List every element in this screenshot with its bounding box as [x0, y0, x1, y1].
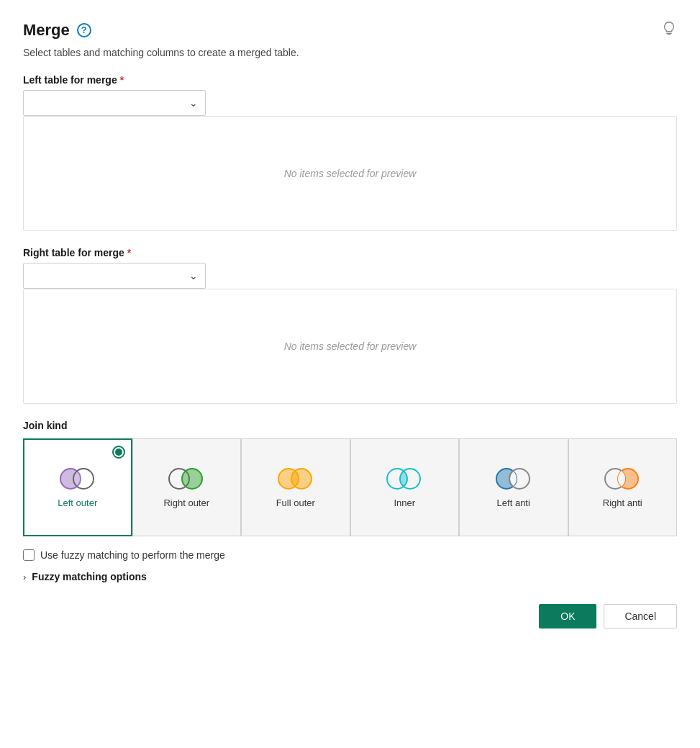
fuzzy-options-label: Fuzzy matching options: [32, 571, 146, 582]
fuzzy-checkbox[interactable]: [23, 549, 35, 561]
right-table-section: Right table for merge * ⌄ No items selec…: [23, 247, 677, 404]
venn-left-anti-icon: [494, 466, 534, 492]
join-option-left-anti[interactable]: Left anti: [459, 438, 568, 536]
venn-right-outer-icon: [166, 466, 206, 492]
join-kind-section: Join kind Left outer Right outer: [23, 420, 677, 536]
svg-point-4: [182, 469, 202, 489]
svg-point-6: [291, 469, 312, 489]
join-option-left-anti-label: Left anti: [497, 497, 530, 510]
join-option-right-anti-label: Right anti: [603, 497, 642, 510]
lightbulb-icon[interactable]: [661, 20, 677, 40]
header-left: Merge ?: [23, 21, 91, 40]
merge-dialog: Merge ? Select tables and matching colum…: [0, 0, 700, 649]
ok-button[interactable]: OK: [539, 604, 596, 628]
venn-full-outer-icon: [276, 466, 316, 492]
right-table-label: Right table for merge *: [23, 247, 677, 258]
fuzzy-checkbox-label[interactable]: Use fuzzy matching to perform the merge: [40, 549, 225, 561]
left-table-preview: No items selected for preview: [23, 116, 677, 231]
join-option-left-outer[interactable]: Left outer: [23, 438, 132, 536]
join-option-left-outer-label: Left outer: [58, 497, 97, 510]
join-option-full-outer[interactable]: Full outer: [241, 438, 350, 536]
join-option-inner[interactable]: Inner: [350, 438, 460, 536]
cancel-button[interactable]: Cancel: [604, 604, 677, 628]
join-kind-label: Join kind: [23, 420, 677, 431]
svg-point-15: [509, 469, 529, 489]
fuzzy-matching-row: Use fuzzy matching to perform the merge: [23, 549, 677, 561]
left-table-dropdown[interactable]: ⌄: [23, 90, 206, 116]
venn-left-outer-icon: [58, 466, 98, 492]
join-option-right-outer[interactable]: Right outer: [132, 438, 242, 536]
join-option-inner-label: Inner: [394, 497, 415, 510]
left-table-required: *: [120, 74, 124, 86]
venn-right-anti-icon: [602, 466, 642, 492]
join-option-full-outer-label: Full outer: [276, 497, 315, 510]
footer-buttons: OK Cancel: [23, 604, 677, 628]
venn-inner-icon: [384, 466, 424, 492]
left-table-section: Left table for merge * ⌄ No items select…: [23, 74, 677, 231]
dialog-title: Merge: [23, 21, 70, 40]
right-table-preview: No items selected for preview: [23, 289, 677, 404]
join-options-container: Left outer Right outer Full outer: [23, 438, 677, 536]
join-option-right-anti[interactable]: Right anti: [568, 438, 678, 536]
join-option-right-outer-label: Right outer: [163, 497, 209, 510]
dialog-header: Merge ?: [23, 20, 677, 40]
left-table-label: Left table for merge *: [23, 74, 677, 86]
right-table-required: *: [127, 247, 131, 258]
chevron-right-icon: ›: [23, 572, 26, 582]
right-table-dropdown-arrow: ⌄: [189, 270, 198, 281]
left-table-dropdown-arrow: ⌄: [189, 97, 198, 109]
fuzzy-options-row[interactable]: › Fuzzy matching options: [23, 571, 677, 582]
help-icon[interactable]: ?: [77, 23, 91, 37]
right-table-dropdown[interactable]: ⌄: [23, 263, 206, 289]
svg-point-2: [73, 469, 94, 489]
selected-indicator: [112, 446, 125, 459]
dialog-subtitle: Select tables and matching columns to cr…: [23, 47, 677, 58]
